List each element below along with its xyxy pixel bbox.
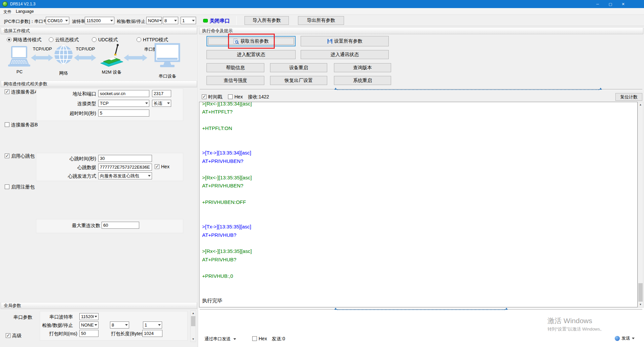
radio-net-transparent[interactable] [7, 37, 11, 42]
activate-windows-watermark: 激活 Windows [547, 316, 592, 326]
log-scrollbar[interactable]: ▲ ▼ [638, 102, 643, 307]
port-open-indicator-icon [203, 19, 208, 23]
g-baud-value: 115200 [81, 314, 94, 319]
g-baud-select[interactable]: 115200 [79, 313, 99, 320]
enter-comm-button[interactable]: 进入通讯状态 [301, 50, 389, 59]
maximize-button[interactable]: ▢ [604, 0, 617, 8]
pc-label: PC [15, 69, 24, 74]
left-panel-scrollbar[interactable]: ▲ ▼ [190, 310, 196, 342]
work-mode-header: 选择工作模式 [1, 28, 197, 34]
com-port-select[interactable]: COM10 [46, 17, 69, 24]
heartbeat-time-label: 心跳时间(秒) [41, 156, 96, 162]
radio-cloud[interactable] [49, 37, 53, 42]
stopbits-select[interactable]: 1 [181, 17, 196, 24]
arrow3-icon [124, 54, 147, 61]
parity-select[interactable]: NONI [146, 17, 162, 24]
g-parity-select[interactable]: NONE [79, 321, 99, 329]
log-line: +PRIVHUBEN:OFF [199, 198, 637, 206]
heartbeat-checkbox[interactable] [5, 154, 9, 158]
factory-reset-button[interactable]: 恢复出厂设置 [270, 76, 327, 85]
scroll-down-icon[interactable]: ▼ [638, 302, 643, 307]
scroll-down-icon[interactable]: ▼ [191, 337, 196, 342]
server-b-checkbox[interactable] [5, 122, 9, 127]
radio-httpd[interactable] [137, 37, 141, 42]
log-hex-label: Hex [234, 94, 243, 99]
pack-time-input[interactable]: 50 [79, 330, 99, 337]
conn-type-select[interactable]: TCP [98, 100, 149, 107]
heartbeat-data-input[interactable]: 7777772E7573722E636E [98, 164, 152, 171]
radio-udc[interactable] [92, 37, 97, 42]
serial-params-label: 串口参数 [13, 314, 32, 320]
menu-file[interactable]: 文件 [3, 9, 11, 15]
reconnect-input[interactable]: 60 [102, 222, 139, 229]
baud-label: 波特率 [72, 18, 85, 25]
scrollbar-thumb[interactable] [191, 316, 195, 326]
g-stopbits-value: 1 [145, 322, 147, 328]
splitter-right-marker-icon[interactable] [505, 308, 508, 310]
send-button-label: 发送 [621, 335, 630, 341]
minimize-button[interactable]: ─ [591, 0, 604, 8]
scroll-up-icon[interactable]: ▲ [191, 311, 196, 316]
advanced-checkbox[interactable] [6, 333, 10, 338]
baud-select[interactable]: 115200 [85, 17, 114, 24]
splitter-left-marker-icon[interactable] [334, 88, 337, 90]
log-lines: >[Rx<-][13:35:34][asc]AT+HTPFLT? +HTPFLT… [199, 102, 637, 305]
timestamp-checkbox[interactable] [202, 94, 206, 99]
g-stopbits-select[interactable]: 1 [143, 321, 162, 329]
heartbeat-mode-select[interactable]: 向服务器发送心跳包 [98, 172, 152, 179]
log-line: >[Tx->][13:35:34][asc] [199, 149, 637, 157]
close-button[interactable]: ✕ [617, 0, 630, 8]
scroll-up-icon[interactable]: ▲ [638, 102, 643, 107]
scrollbar-thumb[interactable] [638, 283, 643, 302]
server-addr-input[interactable]: socket.usr.cn [98, 90, 149, 97]
command-panel-header: 执行命令及提示 [199, 28, 643, 34]
enter-config-button[interactable]: 进入配置状态 [206, 50, 296, 59]
keep-type-select[interactable]: 长连 [152, 100, 171, 107]
radio-net-transparent-label: 网络透传模式 [13, 37, 41, 43]
close-port-button[interactable]: 关闭串口 [210, 18, 230, 24]
g-databits-value: 8 [112, 322, 114, 328]
g-databits-select[interactable]: 8 [110, 321, 129, 329]
heartbeat-mode-label: 心跳发送方式 [41, 173, 96, 179]
splitter-right-marker-icon[interactable] [599, 88, 602, 90]
pack-time-label: 打包时间(ms) [44, 331, 77, 337]
dropdown-arrow-icon [148, 175, 151, 177]
send-via-serial-label: 通过串口发送 [204, 336, 231, 342]
set-params-button[interactable]: 设置所有参数 [301, 36, 389, 46]
send-button[interactable]: 发送 [615, 335, 635, 341]
send-hex-checkbox[interactable] [252, 336, 257, 341]
heartbeat-time-input[interactable]: 30 [98, 155, 152, 162]
pc-serial-port-label: [PC串口参数]：串口号 [4, 18, 47, 25]
export-all-button[interactable]: 导出所有参数 [298, 16, 344, 25]
pc-laptop-icon [7, 46, 32, 69]
device-reboot-button[interactable]: 设备重启 [270, 63, 327, 72]
heartbeat-mode-value: 向服务器发送心跳包 [100, 173, 139, 179]
log-hex-checkbox[interactable] [228, 94, 233, 99]
menu-language[interactable]: Language [16, 9, 34, 14]
red-highlight-box [228, 34, 275, 49]
sent-count-label: 发送:0 [272, 336, 285, 342]
save-icon [327, 39, 333, 44]
log-line [199, 239, 637, 247]
query-version-button[interactable]: 查询版本 [334, 63, 391, 72]
reset-count-button[interactable]: 复位计数 [615, 93, 642, 101]
signal-button[interactable]: 查信号强度 [206, 76, 264, 85]
register-checkbox[interactable] [5, 184, 9, 189]
server-port-input[interactable]: 2317 [152, 90, 171, 97]
send-via-serial-dropdown[interactable]: 通过串口发送 [204, 336, 236, 342]
log-area[interactable]: >[Rx<-][13:35:34][asc]AT+HTPFLT? +HTPFLT… [199, 102, 638, 307]
import-all-button[interactable]: 导入所有参数 [244, 16, 289, 25]
reconnect-label: 最大重连次数 [45, 223, 100, 229]
log-line: >[Rx<-][13:35:34][asc] [199, 102, 637, 108]
splitter-left-marker-icon[interactable] [334, 308, 337, 310]
help-button[interactable]: 帮助信息 [206, 63, 264, 72]
databits-select[interactable]: 8 [163, 17, 178, 24]
timeout-input[interactable]: 5 [98, 110, 149, 117]
heartbeat-label: 启用心跳包 [11, 153, 35, 159]
heartbeat-hex-checkbox[interactable] [155, 164, 159, 169]
pack-len-input[interactable]: 1024 [142, 330, 162, 337]
log-line: AT+PRIVHUB? [199, 231, 637, 239]
server-a-checkbox[interactable] [5, 89, 9, 94]
m2m-device-icon [99, 43, 125, 69]
system-reboot-button[interactable]: 系统重启 [334, 76, 391, 85]
